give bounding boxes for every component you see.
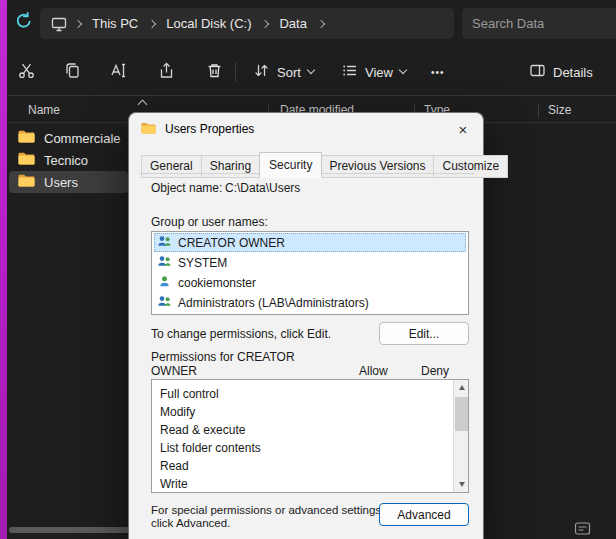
chevron-down-icon — [307, 66, 315, 74]
principal-creator-owner[interactable]: CREATOR OWNER — [154, 233, 466, 252]
edit-hint: To change permissions, click Edit. — [151, 327, 331, 341]
permission-list-folder-contents: List folder contents — [152, 439, 468, 457]
tab-sharing[interactable]: Sharing — [202, 155, 260, 178]
column-separator[interactable] — [538, 103, 539, 118]
breadcrumb-local-disk[interactable]: Local Disk (C:) — [162, 14, 255, 33]
advanced-hint-line2: click Advanced. — [151, 516, 230, 530]
background-app-strip — [0, 0, 7, 539]
delete-icon — [205, 61, 224, 84]
sort-button[interactable]: Sort — [245, 57, 322, 87]
file-row-users[interactable]: Users — [9, 171, 128, 193]
rename-icon — [109, 61, 128, 84]
breadcrumb-chevron-icon[interactable] — [74, 19, 82, 27]
column-header-size[interactable]: Size — [548, 100, 571, 120]
permission-write: Write — [152, 475, 468, 493]
breadcrumb-this-pc[interactable]: This PC — [88, 14, 142, 33]
scroll-down-button[interactable] — [454, 477, 469, 492]
triangle-up-icon — [459, 385, 465, 390]
tab-general[interactable]: General — [141, 155, 202, 178]
folder-icon — [18, 174, 35, 190]
more-icon: ••• — [431, 67, 445, 78]
folder-icon — [141, 120, 156, 138]
see-more-button[interactable]: ••• — [421, 57, 455, 87]
file-row-tecnico[interactable]: Tecnico — [9, 149, 128, 171]
dialog-title: Users Properties — [165, 122, 254, 136]
refresh-button[interactable] — [11, 10, 37, 36]
principal-name: SYSTEM — [178, 256, 227, 270]
dialog-tabs: General Sharing Security Previous Versio… — [141, 152, 508, 178]
group-icon — [157, 295, 172, 311]
allow-column-header: Allow — [359, 364, 388, 378]
edit-button[interactable]: Edit... — [379, 322, 469, 345]
permissions-list: Full control Modify Read & execute List … — [151, 379, 469, 493]
group-icon — [157, 255, 172, 271]
principal-name: CREATOR OWNER — [178, 236, 285, 250]
object-name-value: C:\Data\Users — [225, 181, 300, 195]
close-button[interactable]: × — [449, 116, 477, 142]
group-or-user-names-label: Group or user names: — [151, 215, 268, 229]
sort-label: Sort — [277, 65, 301, 80]
breadcrumb: This PC Local Disk (C:) Data — [40, 8, 454, 39]
refresh-icon — [14, 11, 34, 35]
details-toggle-button[interactable]: Details — [519, 57, 603, 87]
view-button[interactable]: View — [333, 57, 414, 87]
delete-button[interactable] — [198, 57, 230, 87]
explorer-window: This PC Local Disk (C:) Data — [0, 0, 616, 539]
advanced-hint-line1: For special permissions or advanced sett… — [151, 503, 384, 517]
view-toggle-icon[interactable] — [574, 521, 591, 539]
tab-customize[interactable]: Customize — [434, 155, 508, 178]
copy-icon — [63, 61, 82, 84]
close-icon: × — [459, 121, 468, 138]
permissions-label-line2: OWNER — [151, 364, 197, 378]
copy-button[interactable] — [56, 57, 88, 87]
share-button[interactable] — [150, 57, 182, 87]
column-header-name[interactable]: Name — [28, 100, 60, 120]
details-pane-icon — [529, 62, 546, 82]
permissions-scrollbar[interactable] — [453, 380, 468, 492]
rename-button[interactable] — [102, 57, 134, 87]
view-label: View — [365, 65, 393, 80]
cut-icon — [17, 61, 36, 84]
search-input[interactable] — [472, 16, 616, 31]
tab-security[interactable]: Security — [259, 152, 322, 178]
principal-administrators[interactable]: Administrators (LAB\Administrators) — [154, 293, 466, 312]
properties-dialog: Users Properties × General Sharing Secur… — [128, 112, 484, 539]
group-icon — [157, 235, 172, 251]
share-icon — [157, 61, 176, 84]
triangle-down-icon — [459, 482, 465, 487]
permission-read: Read — [152, 457, 468, 475]
group-or-user-names-list: CREATOR OWNER SYSTEM cookiemonster Admin… — [151, 231, 469, 315]
principal-name: cookiemonster — [178, 276, 256, 290]
permission-modify: Modify — [152, 403, 468, 421]
chevron-down-icon — [399, 66, 407, 74]
tab-previous-versions[interactable]: Previous Versions — [321, 155, 434, 178]
principal-name: Administrators (LAB\Administrators) — [178, 296, 369, 310]
user-icon — [157, 275, 172, 291]
permission-read-execute: Read & execute — [152, 421, 468, 439]
file-name: Tecnico — [44, 153, 88, 168]
horizontal-scrollbar[interactable] — [9, 527, 137, 533]
command-bar: Sort View ••• Details — [7, 48, 616, 96]
object-name-label: Object name: — [151, 181, 222, 195]
folder-icon — [18, 152, 35, 168]
principal-system[interactable]: SYSTEM — [154, 253, 466, 272]
breadcrumb-chevron-icon[interactable] — [317, 19, 325, 27]
breadcrumb-chevron-icon[interactable] — [148, 19, 156, 27]
breadcrumb-data[interactable]: Data — [275, 14, 310, 33]
details-label: Details — [553, 65, 593, 80]
toolbar-divider — [235, 62, 236, 82]
advanced-button[interactable]: Advanced — [379, 503, 469, 526]
principal-cookiemonster[interactable]: cookiemonster — [154, 273, 466, 292]
permission-full-control: Full control — [152, 385, 468, 403]
file-name: Users — [44, 175, 78, 190]
search-box — [462, 8, 616, 39]
sort-icon — [253, 62, 270, 82]
this-pc-icon — [50, 15, 68, 33]
cut-button[interactable] — [10, 57, 42, 87]
scroll-up-button[interactable] — [454, 380, 469, 395]
file-row-commerciale[interactable]: Commerciale — [9, 127, 128, 149]
breadcrumb-chevron-icon[interactable] — [261, 19, 269, 27]
file-name: Commerciale — [44, 131, 121, 146]
dialog-titlebar: Users Properties — [129, 113, 483, 145]
scrollbar-thumb[interactable] — [455, 397, 468, 431]
